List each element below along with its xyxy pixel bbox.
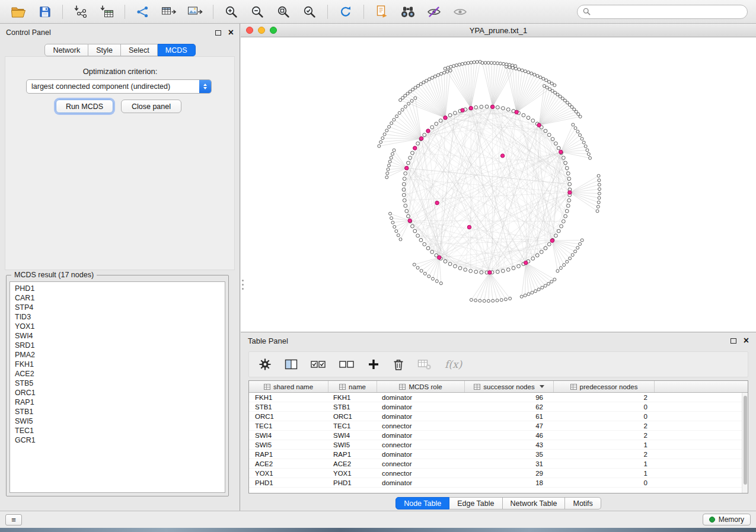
show-columns-button[interactable] — [285, 358, 298, 370]
import-table-button[interactable] — [94, 3, 119, 21]
result-item[interactable]: FKH1 — [10, 360, 225, 369]
zoom-fit-icon — [276, 5, 291, 19]
zoom-selected-button[interactable] — [297, 3, 322, 21]
result-item[interactable]: TEC1 — [10, 426, 225, 435]
result-item[interactable]: STB1 — [10, 407, 225, 416]
search-box[interactable] — [577, 5, 748, 19]
tab-mcds[interactable]: MCDS — [158, 44, 196, 56]
table-row[interactable]: PHD1PHD1dominator180 — [249, 478, 748, 488]
memory-button[interactable]: Memory — [703, 514, 751, 525]
run-mcds-button[interactable]: Run MCDS — [56, 100, 113, 113]
zoom-out-button[interactable] — [245, 3, 270, 21]
table-scrollbar[interactable] — [742, 393, 748, 493]
save-session-button[interactable] — [32, 3, 57, 21]
table-cell: connector — [377, 441, 465, 448]
column-header-mcds-role[interactable]: MCDS role — [377, 381, 465, 392]
dropdown-stepper-icon[interactable] — [199, 79, 211, 94]
tab-edge-table[interactable]: Edge Table — [449, 497, 502, 509]
result-item[interactable]: SWI4 — [10, 331, 225, 341]
open-file-button[interactable] — [6, 3, 31, 21]
close-table-panel-icon[interactable]: × — [744, 336, 749, 345]
import-network-button[interactable] — [68, 3, 93, 21]
close-window-icon[interactable] — [246, 27, 253, 34]
result-item[interactable]: RAP1 — [10, 398, 225, 407]
tab-node-table[interactable]: Node Table — [395, 497, 449, 509]
table-cell: FKH1 — [328, 394, 377, 401]
show-graphics-button[interactable] — [448, 3, 473, 21]
table-row[interactable]: ACE2ACE2connector311 — [249, 459, 748, 469]
tab-network-table[interactable]: Network Table — [503, 497, 566, 509]
column-header-shared-name[interactable]: shared name — [249, 381, 328, 392]
tab-style[interactable]: Style — [88, 44, 121, 56]
result-item[interactable]: ORC1 — [10, 388, 225, 398]
find-button[interactable] — [395, 3, 420, 21]
result-item[interactable]: SWI5 — [10, 416, 225, 426]
tab-select[interactable]: Select — [121, 44, 158, 56]
main-toolbar — [0, 0, 756, 24]
trash-icon — [393, 358, 404, 371]
table-panel-title: Table Panel — [248, 336, 288, 345]
node-table-body[interactable]: FKH1FKH1dominator962STB1STB1dominator620… — [249, 393, 748, 493]
close-panel-icon[interactable]: × — [228, 28, 234, 37]
zoom-in-button[interactable] — [219, 3, 244, 21]
zoom-fit-button[interactable] — [271, 3, 296, 21]
table-row[interactable]: TEC1TEC1connector472 — [249, 421, 748, 431]
table-cell: 2 — [554, 432, 655, 439]
column-grid-icon — [474, 384, 480, 390]
export-network-button[interactable] — [130, 3, 155, 21]
result-item[interactable]: STB5 — [10, 379, 225, 388]
table-row[interactable]: STB1STB1dominator620 — [249, 402, 748, 412]
column-header-name[interactable]: name — [328, 381, 377, 392]
network-window-titlebar[interactable]: YPA_prune.txt_1 — [241, 24, 756, 37]
add-column-button[interactable] — [368, 358, 379, 370]
result-item[interactable]: PHD1 — [10, 284, 225, 293]
result-item[interactable]: ACE2 — [10, 369, 225, 379]
hide-graphics-button[interactable] — [422, 3, 446, 21]
table-row[interactable]: SWI5SWI5connector431 — [249, 440, 748, 450]
table-row[interactable]: FKH1FKH1dominator962 — [249, 393, 748, 402]
export-table-button[interactable] — [157, 3, 181, 21]
result-item[interactable]: STP4 — [10, 303, 225, 312]
result-item[interactable]: GCR1 — [10, 435, 225, 445]
table-row[interactable]: YOX1YOX1connector291 — [249, 469, 748, 478]
table-panel: Table Panel × — [241, 332, 756, 511]
optimization-criterion-dropdown[interactable]: largest connected component (undirected) — [26, 79, 212, 94]
mcds-result-list[interactable]: PHD1CAR1STP4TID3YOX1SWI4SRD1PMA2FKH1ACE2… — [9, 281, 225, 493]
deselect-all-button[interactable] — [339, 359, 355, 370]
select-all-button[interactable] — [311, 359, 326, 370]
close-panel-button[interactable]: Close panel — [121, 100, 181, 113]
float-table-panel-icon[interactable] — [731, 338, 736, 344]
table-toolbar: f(x) — [248, 351, 748, 377]
table-cell: ACE2 — [328, 460, 377, 467]
maximize-window-icon[interactable] — [270, 27, 277, 34]
minimize-window-icon[interactable] — [258, 27, 265, 34]
network-graph[interactable] — [241, 37, 756, 332]
float-panel-icon[interactable] — [215, 30, 221, 36]
function-builder-button-disabled: f(x) — [445, 358, 462, 370]
tab-motifs[interactable]: Motifs — [565, 497, 601, 509]
table-row[interactable]: ORC1ORC1dominator610 — [249, 412, 748, 421]
splitter-grip[interactable] — [241, 274, 244, 294]
network-canvas[interactable] — [241, 37, 756, 332]
share-document-button[interactable] — [369, 3, 394, 21]
table-cell: connector — [377, 422, 465, 430]
search-input[interactable] — [594, 8, 742, 16]
export-image-button[interactable] — [183, 3, 208, 21]
result-item[interactable]: SRD1 — [10, 341, 225, 350]
table-scrollbar-thumb[interactable] — [744, 396, 747, 485]
tab-network[interactable]: Network — [44, 44, 88, 56]
mcds-result-title: MCDS result (17 nodes) — [11, 271, 97, 279]
table-settings-button[interactable] — [259, 358, 272, 371]
result-item[interactable]: YOX1 — [10, 322, 225, 331]
table-row[interactable]: RAP1RAP1dominator352 — [249, 450, 748, 459]
result-item[interactable]: PMA2 — [10, 350, 225, 360]
node-table[interactable]: shared name name MCDS role successor nod… — [248, 380, 748, 493]
task-history-button[interactable]: ≡ — [5, 514, 22, 525]
column-header-successor-nodes[interactable]: successor nodes — [465, 381, 554, 392]
refresh-button[interactable] — [333, 3, 358, 21]
result-item[interactable]: TID3 — [10, 312, 225, 322]
column-header-predecessor-nodes[interactable]: predecessor nodes — [554, 381, 655, 392]
table-row[interactable]: SWI4SWI4dominator462 — [249, 431, 748, 440]
result-item[interactable]: CAR1 — [10, 293, 225, 303]
delete-column-button[interactable] — [393, 358, 404, 371]
